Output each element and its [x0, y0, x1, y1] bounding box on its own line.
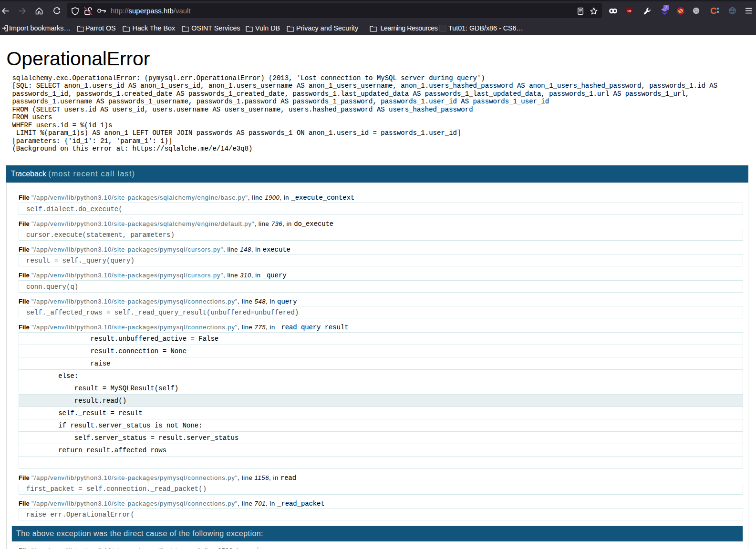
svg-text:UO: UO — [627, 10, 632, 12]
